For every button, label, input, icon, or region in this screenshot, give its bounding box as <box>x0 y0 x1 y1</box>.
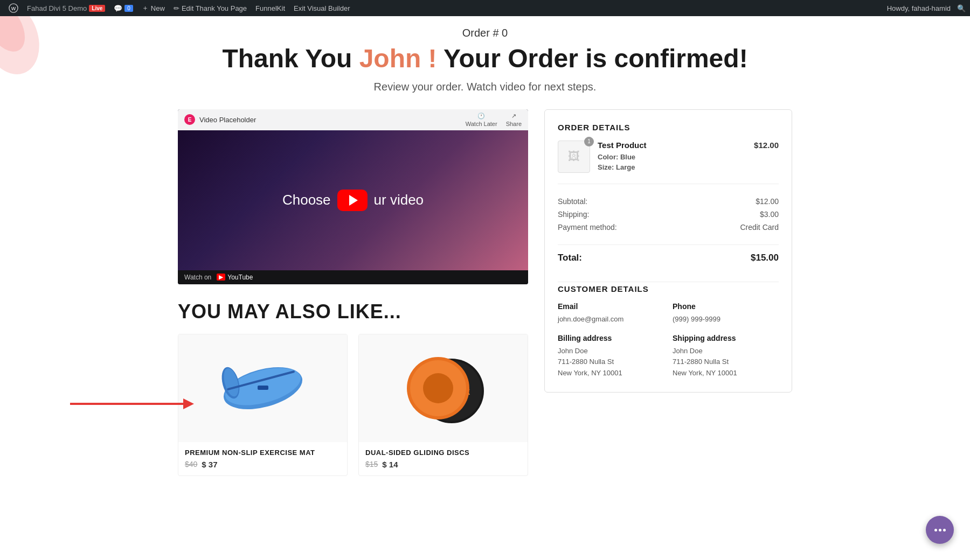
youtube-logo: ▶ YouTube <box>217 274 253 281</box>
shipping-address-label: Shipping address <box>673 334 779 342</box>
main-layout: E Video Placeholder 🕐 Watch Later ↗ Shar… <box>178 109 792 476</box>
shipping-label: Shipping: <box>558 210 589 219</box>
watch-later-label: Watch Later <box>466 121 497 127</box>
funnelkit-label: FunnelKit <box>255 4 285 12</box>
email-value: john.doe@gmail.com <box>558 314 664 325</box>
exit-visual-builder-item[interactable]: Exit Visual Builder <box>289 0 355 16</box>
customer-details-heading: CUSTOMER DETAILS <box>558 282 779 293</box>
share-icon: ↗ <box>511 113 516 120</box>
comment-icon: 💬 <box>114 4 122 12</box>
product-info-discs: DUAL-SIDED GLIDING DISCS $15 $ 14 <box>359 442 528 475</box>
billing-city: New York, NY 10001 <box>558 368 664 379</box>
page-subtitle: Review your order. Watch video for next … <box>178 81 792 93</box>
product-details-text: Test Product Color: Blue Size: Large <box>598 141 746 173</box>
fab-button[interactable] <box>926 516 954 544</box>
video-thumbnail[interactable]: Choose ur video <box>178 130 528 270</box>
left-column: E Video Placeholder 🕐 Watch Later ↗ Shar… <box>178 109 528 476</box>
choose-video-text-before: Choose <box>282 192 331 208</box>
page-wrapper: Order # 0 Thank You John ! Your Order is… <box>0 16 970 487</box>
order-product-size: Size: Large <box>598 162 746 173</box>
yt-play-button[interactable] <box>337 190 368 211</box>
funnelkit-item[interactable]: FunnelKit <box>251 0 289 16</box>
share-label: Share <box>506 121 522 127</box>
email-label: Email <box>558 302 664 311</box>
video-actions: 🕐 Watch Later ↗ Share <box>466 113 522 127</box>
order-details-card: ORDER DETAILS 1 🖼 Test Product Color: Bl… <box>544 109 792 393</box>
customer-grid: Email john.doe@gmail.com Phone (999) 999… <box>558 302 779 379</box>
share-btn[interactable]: ↗ Share <box>506 113 522 127</box>
price-new-discs: $ 14 <box>382 460 398 469</box>
product-card-discs[interactable]: PHOENIX DUAL-SIDED GLIDING DISCS $15 <box>358 334 528 476</box>
order-summary-rows: Subtotal: $12.00 Shipping: $3.00 Payment… <box>558 195 779 234</box>
billing-street: 711-2880 Nulla St <box>558 356 664 368</box>
payment-row: Payment method: Credit Card <box>558 221 779 234</box>
total-value: $15.00 <box>751 253 779 263</box>
yt-logo-red: ▶ <box>217 274 225 281</box>
customer-name: John ! <box>359 44 437 73</box>
order-number: Order # 0 <box>178 27 792 39</box>
search-icon[interactable]: 🔍 <box>957 4 966 12</box>
order-product-row: 1 🖼 Test Product Color: Blue Size: L <box>558 141 779 184</box>
red-arrow <box>70 396 194 414</box>
wp-logo-item[interactable]: W <box>4 0 23 16</box>
order-product-price: $12.00 <box>754 141 779 150</box>
edit-page-label: Edit Thank You Page <box>182 4 247 12</box>
video-bottom-bar: Watch on ▶ YouTube <box>178 270 528 284</box>
size-value: Large <box>616 163 635 171</box>
mat-svg <box>214 359 311 418</box>
fab-dots <box>934 529 946 531</box>
new-label: New <box>151 4 165 12</box>
product-price-mat: $40 $ 37 <box>185 460 341 469</box>
howdy-label: Howdy, fahad-hamid <box>887 4 951 12</box>
video-top-bar: E Video Placeholder 🕐 Watch Later ↗ Shar… <box>178 109 528 130</box>
customer-shipping-block: Shipping address John Doe 711-2880 Nulla… <box>673 334 779 379</box>
elementor-icon: E <box>184 114 195 125</box>
comment-count: 0 <box>124 5 133 12</box>
thank-you-after: Your Order is confirmed! <box>437 44 748 73</box>
thank-you-before: Thank You <box>222 44 359 73</box>
order-product-name: Test Product <box>598 141 746 150</box>
price-old-mat: $40 <box>185 460 197 468</box>
product-name-discs: DUAL-SIDED GLIDING DISCS <box>365 449 521 457</box>
color-label: Color: <box>598 153 618 161</box>
watch-later-icon: 🕐 <box>477 113 485 120</box>
total-label: Total: <box>558 253 582 263</box>
phone-label: Phone <box>673 302 779 311</box>
video-container: E Video Placeholder 🕐 Watch Later ↗ Shar… <box>178 109 528 284</box>
comments-item[interactable]: 💬 0 <box>109 0 137 16</box>
product-image-discs: PHOENIX <box>359 334 528 442</box>
admin-bar: W Fahad Divi 5 Demo Live 💬 0 ＋ New ✏ Edi… <box>0 0 970 16</box>
payment-value: Credit Card <box>740 223 779 232</box>
subtotal-value: $12.00 <box>756 197 779 206</box>
shipping-row: Shipping: $3.00 <box>558 208 779 221</box>
total-row: Total: $15.00 <box>558 244 779 271</box>
order-details-heading: ORDER DETAILS <box>558 123 779 132</box>
video-placeholder-label: Video Placeholder <box>199 116 256 124</box>
watch-later-btn[interactable]: 🕐 Watch Later <box>466 113 497 127</box>
payment-label: Payment method: <box>558 223 617 232</box>
customer-phone-block: Phone (999) 999-9999 <box>673 302 779 325</box>
product-quantity-badge: 1 <box>584 137 594 146</box>
subtotal-label: Subtotal: <box>558 197 587 206</box>
shipping-street: 711-2880 Nulla St <box>673 356 779 368</box>
product-card-mat[interactable]: PREMIUM NON-SLIP EXERCISE MAT $40 $ 37 <box>178 334 348 476</box>
price-new-mat: $ 37 <box>202 460 217 469</box>
new-item[interactable]: ＋ New <box>137 0 169 16</box>
customer-billing-block: Billing address John Doe 711-2880 Nulla … <box>558 334 664 379</box>
video-overlay-content: Choose ur video <box>282 190 424 211</box>
edit-icon: ✏ <box>174 4 179 12</box>
youtube-label: YouTube <box>227 274 253 281</box>
site-name-item[interactable]: Fahad Divi 5 Demo Live <box>23 0 109 16</box>
discs-svg: PHOENIX <box>395 345 492 431</box>
subtotal-row: Subtotal: $12.00 <box>558 195 779 208</box>
fab-dot-2 <box>939 529 941 531</box>
size-label: Size: <box>598 163 614 171</box>
products-grid: PREMIUM NON-SLIP EXERCISE MAT $40 $ 37 <box>178 334 528 476</box>
right-column: ORDER DETAILS 1 🖼 Test Product Color: Bl… <box>544 109 792 393</box>
svg-text:W: W <box>11 6 16 11</box>
product-thumbnail: 1 🖼 <box>558 141 590 173</box>
edit-page-item[interactable]: ✏ Edit Thank You Page <box>169 0 251 16</box>
svg-rect-11 <box>258 386 268 390</box>
shipping-city: New York, NY 10001 <box>673 368 779 379</box>
billing-label: Billing address <box>558 334 664 342</box>
